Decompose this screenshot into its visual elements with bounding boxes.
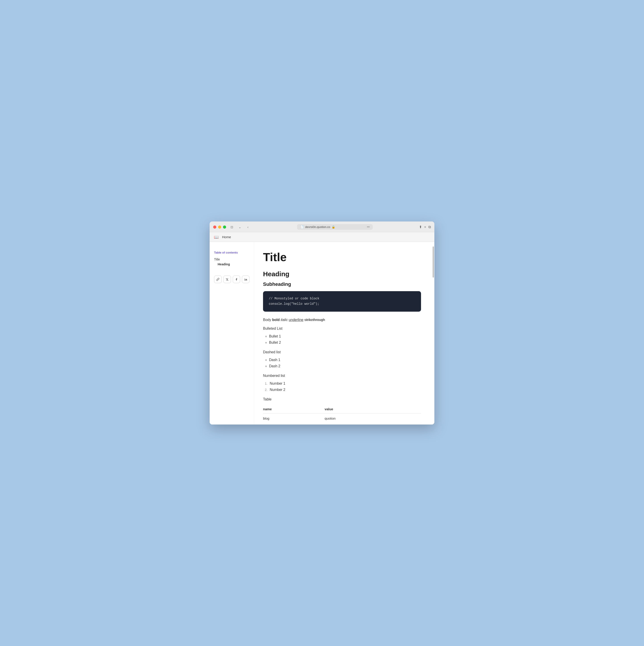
tabs-icon[interactable]: ⧉ — [428, 225, 431, 229]
table-label: Table — [263, 397, 421, 401]
svg-rect-0 — [245, 279, 245, 281]
code-line-2: console.log("hello world"); — [269, 301, 415, 307]
page-icon: 📄 — [300, 225, 304, 229]
toc-item-title[interactable]: Title — [214, 257, 249, 262]
table-header-row: name value — [263, 405, 421, 413]
body-text-prefix: Body — [263, 318, 272, 322]
list-item: Dash 1 — [263, 357, 421, 363]
code-line-1: // Monostyled or code block — [269, 296, 415, 301]
close-button[interactable] — [213, 225, 216, 229]
underline-text: underline — [289, 318, 303, 322]
main-content: Title Heading Subheading // Monostyled o… — [254, 242, 434, 425]
table-row: blog quotion — [263, 413, 421, 424]
table-cell-value: quotion — [320, 413, 421, 424]
social-icons — [214, 276, 249, 283]
titlebar: ⊡ ⌄ ‹ 📄 devrsi0n.quotion.co 🔒 ••• ⬆ + ⧉ — [213, 224, 431, 230]
nav-bar: 📖 Home — [210, 232, 434, 242]
toc-title: Table of contents — [214, 251, 249, 254]
list-item: Dash 2 — [263, 363, 421, 369]
ellipsis-icon[interactable]: ••• — [367, 225, 370, 229]
list-item: 2. Number 2 — [263, 387, 421, 393]
code-block: // Monostyled or code block console.log(… — [263, 291, 421, 312]
window-controls: ⊡ ⌄ ‹ — [229, 225, 251, 229]
address-bar[interactable]: 📄 devrsi0n.quotion.co 🔒 ••• — [297, 224, 373, 230]
back-button[interactable]: ‹ — [245, 225, 251, 229]
page-body: Table of contents Title Heading — [210, 242, 434, 425]
strikethrough-text: strikethrough — [304, 318, 325, 322]
data-table: name value blog quotion — [263, 405, 421, 424]
dashed-list-label: Dashed list — [263, 350, 421, 354]
url-text: devrsi0n.quotion.co — [305, 225, 330, 229]
chevron-down-icon[interactable]: ⌄ — [237, 225, 243, 229]
numbered-list-label: Numbered list — [263, 374, 421, 378]
table-cell-name: blog — [263, 413, 320, 424]
lock-icon: 🔒 — [332, 225, 335, 229]
twitter-x-share-button[interactable] — [224, 276, 231, 283]
body-text: Body bold italic underline strikethrough — [263, 317, 421, 323]
linkedin-share-button[interactable] — [242, 276, 249, 283]
site-logo[interactable]: 📖 — [213, 234, 220, 240]
bulleted-list: Bullet 1 Bullet 2 — [263, 333, 421, 346]
scrollbar-track[interactable] — [432, 242, 434, 425]
doc-title: Title — [263, 251, 421, 263]
list-item: Bullet 2 — [263, 339, 421, 346]
bulleted-list-label: Bulleted List — [263, 327, 421, 331]
list-item: Bullet 1 — [263, 333, 421, 339]
browser-window: ⊡ ⌄ ‹ 📄 devrsi0n.quotion.co 🔒 ••• ⬆ + ⧉ — [210, 221, 434, 425]
sidebar-toggle-icon[interactable]: ⊡ — [229, 225, 235, 229]
list-item: 1. Number 1 — [263, 381, 421, 387]
italic-text: italic — [281, 318, 288, 322]
table-header-value: value — [320, 405, 421, 413]
doc-subheading: Subheading — [263, 282, 421, 287]
scrollbar-thumb[interactable] — [432, 246, 434, 278]
minimize-button[interactable] — [218, 225, 221, 229]
facebook-share-button[interactable] — [233, 276, 240, 283]
bold-text: bold — [272, 318, 280, 322]
share-icon[interactable]: ⬆ — [419, 225, 422, 229]
doc-heading: Heading — [263, 270, 421, 278]
maximize-button[interactable] — [223, 225, 226, 229]
sidebar: Table of contents Title Heading — [210, 242, 254, 425]
add-tab-icon[interactable]: + — [424, 225, 426, 229]
traffic-lights — [213, 225, 226, 229]
toc-item-heading[interactable]: Heading — [214, 262, 249, 267]
home-nav-item[interactable]: Home — [222, 235, 231, 239]
address-bar-wrap: 📄 devrsi0n.quotion.co 🔒 ••• — [254, 224, 416, 230]
browser-chrome: ⊡ ⌄ ‹ 📄 devrsi0n.quotion.co 🔒 ••• ⬆ + ⧉ — [210, 221, 434, 232]
link-share-button[interactable] — [214, 276, 222, 283]
toolbar-right: ⬆ + ⧉ — [419, 225, 431, 229]
numbered-list: 1. Number 1 2. Number 2 — [263, 381, 421, 393]
table-header-name: name — [263, 405, 320, 413]
dashed-list: Dash 1 Dash 2 — [263, 357, 421, 369]
svg-point-1 — [245, 278, 245, 279]
